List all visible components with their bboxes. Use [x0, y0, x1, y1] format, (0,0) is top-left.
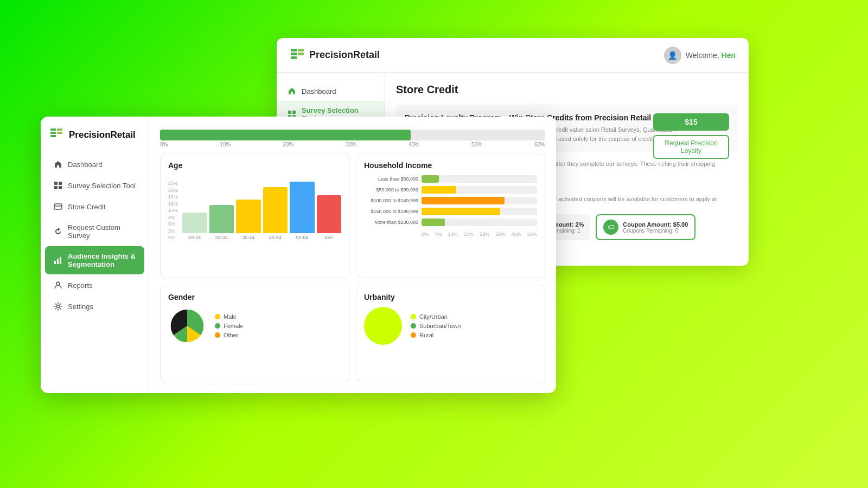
gear-nav-icon: [54, 302, 62, 311]
gender-legend: Male Female Other: [215, 313, 244, 338]
svg-rect-18: [54, 204, 62, 209]
gender-pie-chart: [168, 307, 206, 345]
bg-logo-icon: [290, 48, 305, 63]
sidebar-item-audience[interactable]: Audience Insights & Segmentation: [45, 246, 144, 274]
bar-45-54: [263, 187, 288, 233]
coupon-badge-3: 🏷: [603, 220, 618, 235]
income-row-5: More than $200,000: [364, 219, 537, 226]
income-bar-outer-4: [422, 208, 537, 215]
progress-label-50: 50%: [471, 142, 482, 147]
svg-point-23: [56, 282, 60, 285]
y-label-13: 13%: [168, 208, 178, 213]
svg-rect-3: [298, 49, 304, 52]
income-row-3: $100,000 to $149,999: [364, 197, 537, 204]
bar-label-18-24: 18-24: [188, 235, 201, 240]
y-label-19: 19%: [168, 194, 178, 200]
y-label-9: 9%: [168, 215, 178, 220]
coupon-info-3: Coupon Amount: $5.00 Coupons Remaining: …: [623, 221, 688, 234]
progress-label-20: 20%: [283, 142, 293, 147]
sidebar-item-survey[interactable]: Survey Selection Tool: [45, 175, 144, 196]
svg-rect-4: [298, 53, 304, 55]
y-label-0: 0%: [168, 235, 178, 240]
bg-nav-dashboard[interactable]: Dashboard: [277, 81, 385, 101]
age-chart-card: Age 25% 22% 19% 16% 13% 9% 6% 3% 0%: [160, 153, 349, 278]
income-x-50: 50%: [527, 232, 537, 237]
progress-bar-outer: [160, 130, 545, 140]
female-label: Female: [224, 323, 244, 329]
income-label-5: More than $200,000: [364, 220, 418, 225]
income-bar-outer-3: [422, 197, 537, 204]
bar-chart-nav-icon: [54, 256, 62, 265]
age-y-axis: 25% 22% 19% 16% 13% 9% 6% 3% 0%: [168, 181, 178, 240]
svg-rect-12: [57, 129, 62, 131]
svg-rect-22: [60, 257, 61, 264]
bar-25-34: [209, 205, 234, 233]
age-bar-18-24: 18-24: [182, 213, 207, 240]
home-nav-icon: [54, 160, 62, 169]
income-label-4: $150,000 to $199,999: [364, 209, 418, 214]
sidebar-label-store-credit: Store Credit: [68, 203, 105, 211]
age-bar-25-34: 25-34: [209, 205, 234, 240]
svg-rect-15: [59, 182, 62, 185]
progress-label-30: 30%: [346, 142, 356, 147]
svg-rect-20: [54, 261, 56, 264]
credit-amount-button[interactable]: $15: [653, 113, 729, 131]
bg-avatar: 👤: [664, 47, 681, 64]
refresh-nav-icon: [54, 227, 62, 236]
y-label-16: 16%: [168, 201, 178, 207]
svg-rect-9: [50, 129, 56, 131]
gender-chart-title: Gender: [168, 293, 341, 301]
grid-nav-icon: [54, 181, 62, 190]
bar-18-24: [182, 213, 207, 233]
sidebar-logo: PrecisionRetail: [41, 127, 149, 153]
female-dot: [215, 323, 220, 329]
income-bar-4: [422, 208, 500, 215]
bar-label-35-44: 35-44: [242, 235, 254, 240]
bg-header: PrecisionRetail 👤 Welcome, Hen: [277, 38, 749, 73]
sidebar-item-custom-survey[interactable]: Request Custom Survey: [45, 217, 144, 246]
progress-labels: 0% 10% 20% 30% 40% 50% 60%: [160, 142, 545, 147]
svg-point-24: [57, 305, 60, 308]
bg-loyalty-buttons: $15 Request Precision Loyalty: [653, 113, 729, 159]
income-label-2: $50,000 to $99,999: [364, 187, 418, 192]
income-bar-outer-2: [422, 186, 537, 194]
svg-rect-1: [291, 53, 297, 55]
request-loyalty-button[interactable]: Request Precision Loyalty: [653, 135, 729, 159]
bg-welcome: 👤 Welcome, Hen: [664, 47, 736, 64]
sidebar-item-settings[interactable]: Settings: [45, 296, 144, 317]
gender-pie-svg: [168, 307, 206, 345]
legend-suburban: Suburban/Town: [411, 323, 461, 329]
sidebar-label-audience: Audience Insights & Segmentation: [68, 252, 136, 268]
male-label: Male: [224, 313, 237, 320]
sidebar-item-store-credit[interactable]: Store Credit: [45, 196, 144, 217]
income-bar-2: [422, 186, 456, 194]
progress-label-0: 0%: [160, 142, 168, 147]
bg-logo: PrecisionRetail: [290, 48, 380, 63]
suburban-dot: [411, 323, 416, 329]
svg-rect-16: [54, 186, 58, 189]
progress-bar-inner: [160, 130, 411, 140]
coupon-item-3: 🏷 Coupon Amount: $5.00 Coupons Remaining…: [596, 214, 695, 240]
bg-welcome-text: Welcome, Hen: [686, 51, 736, 60]
income-row-4: $150,000 to $199,999: [364, 208, 537, 215]
sidebar-nav: Dashboard Survey Selection Tool Store Cr…: [41, 153, 149, 393]
income-row-1: Less than $50,000: [364, 175, 537, 183]
income-chart-title: Household Income: [364, 161, 537, 170]
income-bar-5: [422, 219, 445, 226]
sidebar-item-dashboard[interactable]: Dashboard: [45, 154, 144, 175]
progress-label-10: 10%: [220, 142, 231, 147]
sidebar-item-reports[interactable]: Reports: [45, 275, 144, 296]
top-bar: 0% 10% 20% 30% 40% 50% 60%: [160, 127, 545, 147]
sidebar-label-dashboard: Dashboard: [68, 160, 103, 169]
income-x-labels: 0% 7% 14% 21% 29% 36% 43% 50%: [364, 232, 537, 237]
income-x-29: 29%: [480, 232, 489, 237]
gender-pie-area: Male Female Other: [168, 307, 341, 345]
legend-city: City/Urban: [411, 313, 461, 320]
income-bar-outer-5: [422, 219, 537, 226]
home-icon: [288, 87, 296, 95]
income-bar-1: [422, 175, 439, 183]
urbanity-chart-title: Urbanity: [364, 293, 537, 301]
legend-rural: Rural: [411, 332, 461, 338]
age-chart-title: Age: [168, 161, 341, 170]
sidebar-label-settings: Settings: [68, 303, 93, 311]
